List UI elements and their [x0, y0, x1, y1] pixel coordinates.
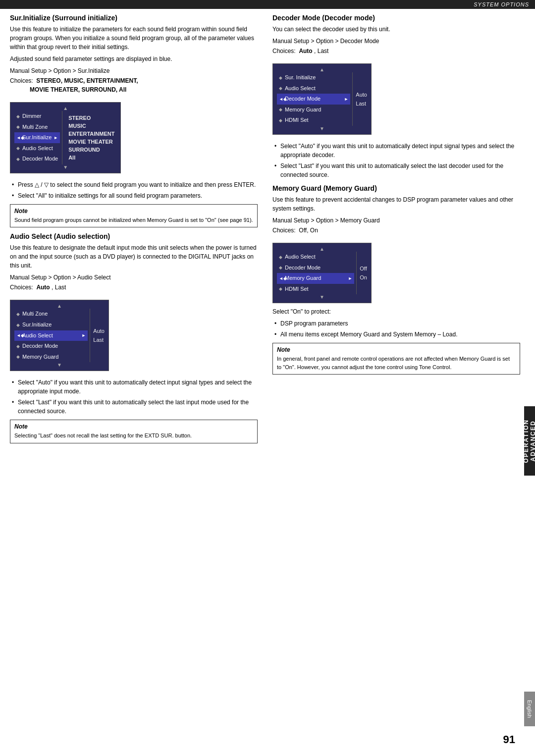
menu-label-multizone: Multi Zone: [22, 123, 48, 132]
right-column: Decoder Mode (Decoder mode) You can sele…: [272, 14, 520, 448]
menu-row-hdmiset-3: ◆ HDMI Set: [277, 115, 350, 126]
sur-initialize-body2: Adjusted sound field parameter settings …: [10, 54, 258, 63]
menu-label-memguard-4: Memory Guard: [285, 274, 321, 283]
english-tab: English: [524, 692, 535, 726]
menu-row-multizone: ◆ Multi Zone: [14, 122, 60, 133]
surinitialize-submenu: STEREO MUSIC ENTERTAINMENT MOVIE THEATER…: [66, 114, 116, 162]
sur-initialize-path: Manual Setup > Option > Sur.Initialize: [10, 66, 258, 75]
memory-guard-path: Manual Setup > Option > Memory Guard: [272, 216, 520, 225]
left-column: Sur.Initialize (Surround initialize) Use…: [10, 14, 258, 448]
audio-select-menu: ▲ ◆ Multi Zone ◆ Sur.Initialize ◄◆: [10, 300, 109, 371]
scroll-up-arrow: ▲: [14, 106, 116, 111]
menu-row-audioselect: ◆ Audio Select: [14, 143, 60, 154]
decoder-mode-section: Decoder Mode (Decoder mode) You can sele…: [272, 14, 520, 179]
menu-label-decodermode-4: Decoder Mode: [285, 264, 321, 272]
note-text-2: Selecting "Last" does not recall the las…: [14, 432, 253, 440]
menu-row-memguard-3: ◆ Memory Guard: [277, 105, 350, 115]
menu-row-surinitialize-2: ◆ Sur.Initialize: [14, 320, 88, 330]
option-auto: Auto: [93, 328, 105, 334]
menu-row-dimmer: ◆ Dimmer: [14, 111, 60, 122]
audio-bullet-2: Select "Last" if you want this unit to a…: [10, 398, 258, 416]
menu-row-decodermode: ◆ Decoder Mode: [14, 154, 60, 164]
decoder-mode-choices-text: Auto , Last: [297, 48, 328, 54]
choices-label: Choices:: [10, 77, 33, 84]
sur-initialize-choices: Choices: STEREO, MUSIC, ENTERTAINMENT, M…: [10, 76, 258, 94]
header-title: SYSTEM OPTIONS: [474, 1, 529, 7]
choices-label-3: Choices:: [272, 48, 296, 54]
decoder-mode-choices: Choices: Auto , Last: [272, 47, 520, 55]
sur-initialize-note: Note Sound field program groups cannot b…: [10, 204, 258, 228]
menu-label-hdmiset-3: HDMI Set: [285, 116, 309, 125]
dm-label-last: Last: [356, 101, 366, 107]
dm-label-auto: Auto: [356, 92, 367, 98]
menu-row-audioselect-2: ◄◆ Audio Select ►: [14, 330, 88, 341]
audio-select-path: Manual Setup > Option > Audio Select: [10, 273, 258, 282]
decoder-mode-bullets: Select "Auto" if you want this unit to a…: [272, 142, 520, 179]
dm-bullet-1: Select "Auto" if you want this unit to a…: [272, 142, 520, 160]
dm-option-last: Last: [356, 101, 367, 107]
menu-label-audioselect: Audio Select: [22, 144, 53, 153]
sub-entertainment: ENTERTAINMENT: [66, 130, 116, 138]
menu-label-surinit-3: Sur. Initialize: [285, 73, 316, 82]
sub-all: All: [66, 154, 116, 162]
scroll-down-3: ▼: [277, 126, 367, 131]
audio-select-body: Use this feature to designate the defaul…: [10, 243, 258, 270]
audio-bullet-1: Select "Auto" if you want this unit to a…: [10, 378, 258, 396]
sur-initialize-section: Sur.Initialize (Surround initialize) Use…: [10, 14, 258, 227]
sub-surround: SURROUND: [66, 146, 116, 154]
menu-label-memoryguard: Memory Guard: [22, 353, 58, 362]
mg-label-off: Off: [360, 266, 367, 271]
sur-initialize-body1: Use this feature to initialize the param…: [10, 25, 258, 52]
scroll-up-3: ▲: [277, 67, 367, 72]
menu-row-hdmiset-4: ◆ HDMI Set: [277, 284, 354, 295]
menu-label-multizone-2: Multi Zone: [22, 310, 48, 319]
english-label: English: [527, 700, 533, 718]
menu-row-memoryguard: ◆ Memory Guard: [14, 352, 88, 363]
memory-guard-note: Note In general, front panel and remote …: [272, 343, 520, 375]
mg-option-on: On: [360, 274, 367, 280]
label-last: Last: [93, 337, 104, 343]
menu-label-hdmiset-4: HDMI Set: [285, 285, 309, 294]
audio-select-choices: Choices: Auto , Last: [10, 283, 258, 292]
menu-row-multizone-2: ◆ Multi Zone: [14, 309, 88, 320]
scroll-down-arrow: ▼: [14, 164, 116, 170]
audio-select-note: Note Selecting "Last" does not recall th…: [10, 420, 258, 443]
memory-guard-protect-bullets: DSP program parameters All menu items ex…: [272, 319, 520, 339]
menu-row-audiosel-4: ◆ Audio Select: [277, 252, 354, 263]
menu-label-audiosel-3: Audio Select: [285, 84, 316, 93]
choices-label-2: Choices:: [10, 284, 33, 291]
menu-row-memguard-4: ◄◆ Memory Guard ►: [277, 273, 354, 284]
menu-label-memguard-3: Memory Guard: [285, 106, 321, 114]
menu-row-surinitialize: ◄◆ Sur.Initialize ►: [14, 132, 60, 143]
menu-row-decodermode-2: ◆ Decoder Mode: [14, 341, 88, 352]
audio-select-choices-text: Auto , Last: [35, 284, 66, 291]
mg-protect-1: DSP program parameters: [272, 319, 520, 328]
dm-option-auto: Auto: [356, 92, 367, 98]
menu-label-surinitialize-2: Sur.Initialize: [22, 321, 52, 329]
sur-bullet-2: Select "All" to initialize settings for …: [10, 191, 258, 200]
sur-initialize-bullets: Press △ / ▽ to select the sound field pr…: [10, 180, 258, 200]
sur-bullet-1: Press △ / ▽ to select the sound field pr…: [10, 180, 258, 189]
menu-label-decodermode-3: Decoder Mode: [285, 95, 321, 104]
note-text-1: Sound field program groups cannot be ini…: [14, 216, 253, 224]
scroll-down-4: ▼: [277, 294, 367, 300]
menu-row-decodermode-3: ◄◆ Decoder Mode ►: [277, 94, 350, 105]
menu-label-surinitialize: Sur.Initialize: [22, 133, 52, 142]
header-bar: SYSTEM OPTIONS: [0, 0, 535, 9]
audio-select-section: Audio Select (Audio selection) Use this …: [10, 232, 258, 443]
select-on-label: Select "On" to protect:: [272, 307, 520, 316]
audio-select-bullets: Select "Auto" if you want this unit to a…: [10, 378, 258, 416]
dm-bullet-2: Select "Last" if you want this unit to a…: [272, 162, 520, 179]
decoder-mode-path: Manual Setup > Option > Decoder Mode: [272, 37, 520, 46]
memory-guard-section: Memory Guard (Memory Guard) Use this fea…: [272, 184, 520, 375]
menu-label-audioselect-2: Audio Select: [22, 331, 53, 340]
audio-select-heading: Audio Select (Audio selection): [10, 232, 258, 240]
menu-row-surinit-3: ◆ Sur. Initialize: [277, 72, 350, 83]
menu-row-decodermode-4: ◆ Decoder Mode: [277, 263, 354, 273]
note-text-3: In general, front panel and remote contr…: [277, 355, 516, 371]
menu-label-dimmer: Dimmer: [22, 112, 42, 121]
page-number: 91: [503, 733, 515, 746]
option-last: Last: [93, 337, 105, 343]
memory-guard-menu: ▲ ◆ Audio Select ◆ Decoder Mode ◄◆: [272, 243, 372, 303]
sub-stereo: STEREO: [66, 114, 116, 122]
